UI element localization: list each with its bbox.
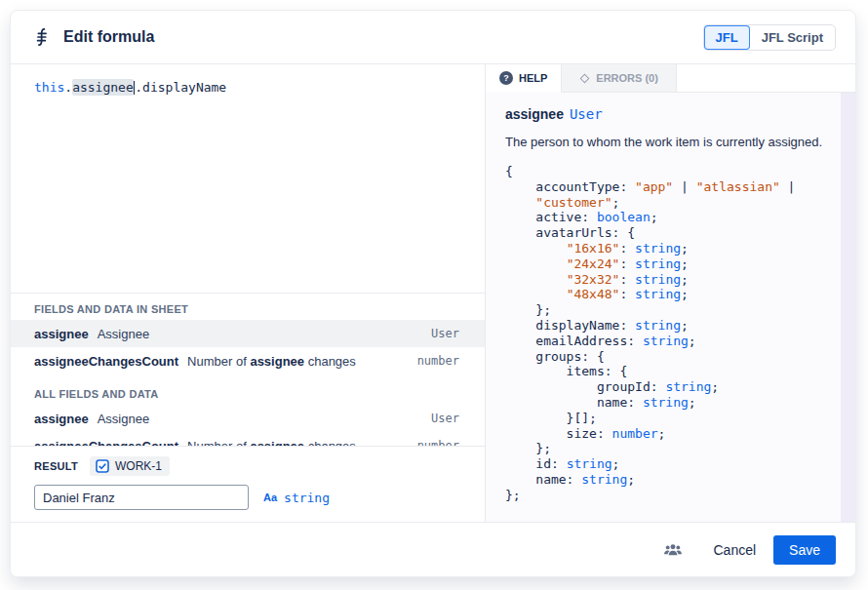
code-line: groups: {	[505, 349, 836, 365]
field-type: number	[417, 439, 459, 446]
help-description: The person to whom the work item is curr…	[505, 135, 836, 149]
section-label: FIELDS AND DATA IN SHEET	[11, 294, 485, 320]
help-symbol-type: User	[570, 106, 603, 122]
formula-icon	[30, 25, 54, 49]
result-value-input[interactable]	[34, 485, 249, 510]
result-row: Aa string	[34, 485, 461, 510]
field-description: Assignee	[98, 327, 149, 341]
type-definition-code: { accountType: "app" | "atlassian" | "cu…	[505, 164, 836, 503]
code-line: }[];	[505, 411, 836, 426]
left-pane: this.assignee.displayName FIELDS AND DAT…	[11, 64, 486, 522]
field-row-assigneeChangesCount[interactable]: assigneeChangesCountNumber of assignee c…	[11, 432, 485, 446]
code-line: id: string;	[505, 456, 836, 472]
task-checkbox-icon	[96, 459, 109, 473]
code-line: };	[505, 302, 836, 318]
result-type: string	[284, 491, 330, 505]
code-line: items: {	[505, 364, 836, 379]
code-line: emailAddress: string;	[505, 334, 836, 349]
fields-list: FIELDS AND DATA IN SHEETassigneeAssignee…	[11, 293, 485, 446]
diamond-icon	[580, 73, 590, 83]
tab-errors[interactable]: ERRORS (0)	[562, 64, 677, 92]
code-line: "customer";	[505, 195, 836, 211]
scrollbar-track[interactable]	[841, 93, 855, 522]
help-tabbar: ? HELP ERRORS (0)	[486, 64, 855, 93]
dialog-body: this.assignee.displayName FIELDS AND DAT…	[11, 64, 855, 522]
field-type: number	[417, 354, 459, 368]
field-description: Number of assignee changes	[187, 439, 356, 447]
field-id: assignee	[34, 327, 89, 341]
field-description: Assignee	[98, 412, 149, 426]
editor-token-rest: .displayName	[135, 80, 226, 95]
field-id: assignee	[34, 412, 89, 426]
field-row-assignee[interactable]: assigneeAssigneeUser	[11, 405, 485, 432]
tab-help[interactable]: ? HELP	[486, 64, 562, 93]
help-heading: assigneeUser	[505, 106, 836, 122]
dialog-title: Edit formula	[63, 28, 154, 46]
field-type: User	[431, 327, 459, 340]
code-line: active: boolean;	[505, 210, 836, 225]
string-type-icon: Aa	[263, 492, 277, 503]
editor-token-this: this	[34, 80, 64, 95]
help-symbol: assignee	[505, 106, 564, 122]
code-line: size: number;	[505, 426, 836, 442]
question-circle-icon: ?	[499, 71, 513, 85]
section-label: ALL FIELDS AND DATA	[11, 378, 485, 405]
cancel-button[interactable]: Cancel	[705, 536, 764, 564]
mode-jfl[interactable]: JFL	[704, 25, 750, 50]
tab-errors-label: ERRORS (0)	[596, 72, 658, 84]
formula-editor[interactable]: this.assignee.displayName	[11, 64, 485, 293]
code-line: "48x48": string;	[505, 287, 836, 302]
code-line: };	[505, 488, 836, 503]
work-item-key: WORK-1	[115, 459, 162, 473]
help-panel: assigneeUser The person to whom the work…	[486, 93, 855, 522]
code-line: };	[505, 441, 836, 456]
code-line: "16x16": string;	[505, 241, 836, 256]
code-line: name: string;	[505, 395, 836, 411]
result-bar: RESULT WORK-1	[34, 454, 461, 478]
code-line: accountType: "app" | "atlassian" |	[505, 179, 836, 195]
code-line: "24x24": string;	[505, 256, 836, 272]
field-description: Number of assignee changes	[187, 354, 356, 369]
code-line: avatarUrls: {	[505, 225, 836, 241]
result-label: RESULT	[34, 460, 78, 472]
editor-token-selected: assignee	[72, 79, 134, 96]
mode-toggle: JFLJFL Script	[703, 24, 836, 51]
result-section: RESULT WORK-1 Aa string	[11, 446, 485, 522]
code-line: "32x32": string;	[505, 272, 836, 288]
field-id: assigneeChangesCount	[34, 439, 178, 447]
field-type: User	[431, 412, 459, 425]
field-id: assigneeChangesCount	[34, 354, 178, 369]
mode-jfl-script[interactable]: JFL Script	[750, 25, 835, 50]
code-line: groupId: string;	[505, 379, 836, 395]
code-line: {	[505, 164, 836, 179]
dialog-footer: Cancel Save	[11, 522, 855, 576]
work-item-chip[interactable]: WORK-1	[90, 456, 170, 476]
code-line: name: string;	[505, 472, 836, 488]
edit-formula-dialog: Edit formula JFLJFL Script this.assignee…	[10, 10, 856, 577]
editor-dot: .	[64, 80, 72, 95]
field-row-assignee[interactable]: assigneeAssigneeUser	[11, 320, 485, 347]
people-icon[interactable]	[662, 539, 684, 561]
help-pane: ? HELP ERRORS (0) assigneeUser The perso…	[486, 64, 855, 522]
code-line: displayName: string;	[505, 318, 836, 334]
field-row-assigneeChangesCount[interactable]: assigneeChangesCountNumber of assignee c…	[11, 347, 485, 374]
tab-help-label: HELP	[519, 72, 547, 84]
dialog-header: Edit formula JFLJFL Script	[11, 11, 855, 64]
save-button[interactable]: Save	[773, 535, 836, 565]
